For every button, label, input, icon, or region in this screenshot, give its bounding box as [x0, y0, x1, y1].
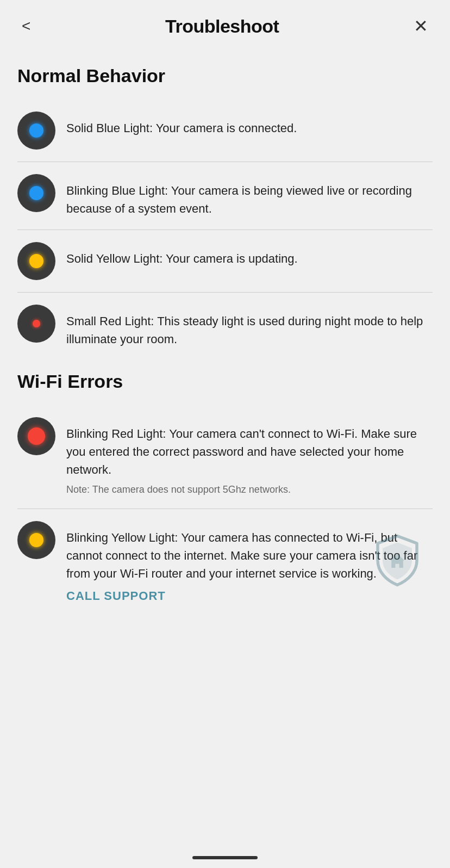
- led-dot-yellow-solid: [29, 254, 43, 268]
- item-main-text: Solid Yellow Light: Your camera is updat…: [66, 252, 298, 265]
- section-title-normal: Normal Behavior: [17, 65, 433, 86]
- bottom-bar: [192, 856, 258, 859]
- call-support-button[interactable]: CALL SUPPORT: [66, 589, 166, 603]
- item-text-area: Solid Blue Light: Your camera is connect…: [66, 111, 433, 137]
- led-indicator-blinking-red: [17, 417, 55, 455]
- led-dot-red-small: [33, 320, 40, 327]
- item-main-text: Blinking Yellow Light: Your camera has c…: [66, 531, 417, 580]
- item-main-text: Solid Blue Light: Your camera is connect…: [66, 121, 297, 135]
- list-item: Blinking Blue Light: Your camera is bein…: [17, 162, 433, 230]
- led-indicator-solid-yellow: [17, 242, 55, 280]
- list-item: Solid Yellow Light: Your camera is updat…: [17, 230, 433, 293]
- section-normal-behavior: Normal Behavior Solid Blue Light: Your c…: [17, 65, 433, 360]
- led-indicator-blinking-blue: [17, 174, 55, 212]
- back-button[interactable]: <: [17, 16, 35, 36]
- item-text-area: Solid Yellow Light: Your camera is updat…: [66, 242, 433, 268]
- section-title-wifi: Wi-Fi Errors: [17, 371, 433, 392]
- led-dot-blue-blink: [29, 186, 43, 200]
- item-text-area: Small Red Light: This steady light is us…: [66, 305, 433, 348]
- section-wifi-errors: Wi-Fi Errors Blinking Red Light: Your ca…: [17, 371, 433, 615]
- item-main-text: Small Red Light: This steady light is us…: [66, 314, 423, 346]
- led-dot-blue-solid: [29, 123, 43, 138]
- item-note-text: Note: The camera does not support 5Ghz n…: [66, 483, 433, 497]
- led-dot-yellow-blink: [29, 533, 43, 547]
- list-item: Blinking Yellow Light: Your camera has c…: [17, 509, 433, 615]
- item-main-text: Blinking Red Light: Your camera can't co…: [66, 427, 417, 476]
- list-item: Small Red Light: This steady light is us…: [17, 293, 433, 360]
- close-button[interactable]: ✕: [409, 15, 433, 37]
- led-indicator-blinking-yellow: [17, 521, 55, 559]
- shield-watermark-icon: [373, 534, 422, 582]
- list-item: Solid Blue Light: Your camera is connect…: [17, 100, 433, 162]
- page-title: Troubleshoot: [165, 16, 279, 37]
- item-text-area: Blinking Red Light: Your camera can't co…: [66, 417, 433, 497]
- list-item: Blinking Red Light: Your camera can't co…: [17, 405, 433, 509]
- led-dot-red-blink: [28, 427, 45, 445]
- header: < Troubleshoot ✕: [0, 0, 450, 48]
- led-indicator-solid-blue: [17, 111, 55, 150]
- content-area: Normal Behavior Solid Blue Light: Your c…: [0, 48, 450, 659]
- led-indicator-small-red: [17, 305, 55, 343]
- item-main-text: Blinking Blue Light: Your camera is bein…: [66, 184, 412, 215]
- item-text-area: Blinking Blue Light: Your camera is bein…: [66, 174, 433, 218]
